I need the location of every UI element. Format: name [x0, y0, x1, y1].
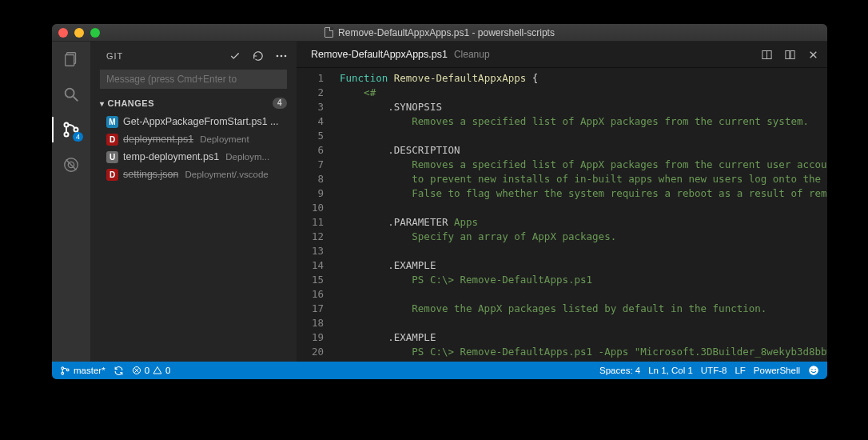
line-gutter: 1234567891011121314151617181920 — [297, 68, 335, 362]
file-name: Get-AppxPackageFromStart.ps1 ... — [123, 116, 279, 127]
activity-bar: 4 — [52, 42, 90, 362]
scm-badge: 4 — [73, 132, 83, 142]
svg-point-27 — [814, 369, 816, 370]
svg-point-11 — [280, 54, 282, 57]
status-badge: D — [106, 169, 118, 181]
sidebar-title: GIT — [106, 51, 229, 61]
svg-point-25 — [809, 366, 818, 375]
svg-line-3 — [74, 97, 78, 102]
titlebar: Remove-DefaultAppxApps.ps1 - powershell-… — [52, 24, 827, 42]
close-editor-icon[interactable] — [807, 49, 819, 61]
status-badge: U — [106, 151, 118, 163]
svg-point-12 — [284, 54, 286, 57]
indent-status[interactable]: Spaces: 4 — [599, 366, 640, 375]
editor-tabbar: Remove-DefaultAppxApps.ps1 Cleanup — [297, 42, 827, 68]
changes-label: CHANGES — [108, 98, 155, 108]
change-row[interactable]: Utemp-deployment.ps1Deploym... — [90, 148, 297, 166]
split-editor-icon[interactable] — [761, 49, 773, 61]
file-name: deployment.ps1 — [123, 134, 193, 145]
scm-sidebar: GIT ▾ CHANGES 4 MGet-AppxPackageFromStar… — [90, 42, 297, 362]
change-list: MGet-AppxPackageFromStart.ps1 ...Ddeploy… — [90, 111, 297, 183]
change-row[interactable]: Dsettings.jsonDeployment/.vscode — [90, 166, 297, 183]
app-window: Remove-DefaultAppxApps.ps1 - powershell-… — [52, 24, 827, 379]
status-badge: M — [106, 116, 118, 128]
more-icon[interactable] — [275, 50, 287, 62]
cursor-status[interactable]: Ln 1, Col 1 — [648, 366, 693, 375]
minimize-window-button[interactable] — [74, 28, 84, 38]
svg-point-4 — [65, 123, 69, 127]
svg-point-20 — [62, 372, 64, 374]
scm-icon[interactable]: 4 — [62, 120, 81, 139]
window-title-text: Remove-DefaultAppxApps.ps1 - powershell-… — [338, 27, 555, 38]
warnings-count: 0 — [165, 366, 170, 375]
search-icon[interactable] — [62, 85, 81, 104]
language-status[interactable]: PowerShell — [754, 366, 800, 375]
svg-point-6 — [74, 128, 78, 132]
problems-status[interactable]: 0 0 — [132, 366, 171, 375]
svg-point-5 — [65, 133, 69, 137]
sync-status[interactable] — [113, 366, 124, 376]
svg-rect-15 — [786, 50, 790, 58]
chevron-down-icon: ▾ — [100, 99, 105, 108]
change-row[interactable]: MGet-AppxPackageFromStart.ps1 ... — [90, 113, 297, 130]
editor-actions — [761, 49, 819, 61]
svg-rect-1 — [66, 55, 74, 66]
file-dir: Deploym... — [225, 152, 269, 162]
file-dir: Deployment — [200, 134, 249, 144]
file-icon — [325, 27, 333, 38]
change-row[interactable]: Ddeployment.ps1Deployment — [90, 130, 297, 148]
errors-count: 0 — [145, 366, 149, 375]
file-name: settings.json — [123, 169, 178, 180]
refresh-icon[interactable] — [252, 50, 264, 62]
encoding-status[interactable]: UTF-8 — [701, 366, 727, 375]
svg-rect-16 — [790, 50, 794, 58]
zoom-window-button[interactable] — [90, 28, 100, 38]
svg-point-26 — [811, 369, 813, 370]
app-body: 4 GIT ▾ CHANGES 4 M — [52, 42, 827, 362]
sidebar-header: GIT — [90, 42, 297, 70]
editor-area: Remove-DefaultAppxApps.ps1 Cleanup 12345… — [297, 42, 827, 362]
window-title: Remove-DefaultAppxApps.ps1 - powershell-… — [52, 27, 827, 38]
debug-icon[interactable] — [62, 155, 81, 174]
svg-line-8 — [66, 160, 77, 170]
editor-tab-folder: Cleanup — [454, 49, 490, 60]
svg-point-10 — [276, 54, 278, 57]
commit-message-input[interactable] — [100, 70, 287, 89]
svg-point-19 — [62, 366, 64, 369]
branch-name: master* — [74, 366, 106, 375]
status-badge: D — [106, 134, 118, 146]
status-bar: master* 0 0 Spaces: 4 Ln 1, Col 1 UTF-8 … — [52, 362, 827, 379]
branch-status[interactable]: master* — [60, 366, 106, 376]
svg-point-2 — [66, 89, 74, 98]
traffic-lights — [58, 28, 100, 38]
changes-count: 4 — [273, 98, 287, 109]
close-window-button[interactable] — [58, 28, 68, 38]
sidebar-actions — [229, 50, 287, 62]
eol-status[interactable]: LF — [735, 366, 745, 375]
commit-icon[interactable] — [229, 50, 241, 62]
code-lines: Function Remove-DefaultAppxApps { <# .SY… — [335, 68, 827, 362]
code-view[interactable]: 1234567891011121314151617181920 Function… — [297, 68, 827, 362]
file-dir: Deployment/.vscode — [185, 170, 268, 179]
show-diff-icon[interactable] — [784, 49, 796, 61]
file-name: temp-deployment.ps1 — [123, 151, 219, 162]
commit-message-box — [100, 70, 287, 89]
editor-tab[interactable]: Remove-DefaultAppxApps.ps1 — [311, 49, 448, 60]
explorer-icon[interactable] — [62, 50, 81, 69]
changes-header[interactable]: ▾ CHANGES 4 — [90, 95, 297, 111]
feedback-icon[interactable] — [808, 365, 819, 376]
